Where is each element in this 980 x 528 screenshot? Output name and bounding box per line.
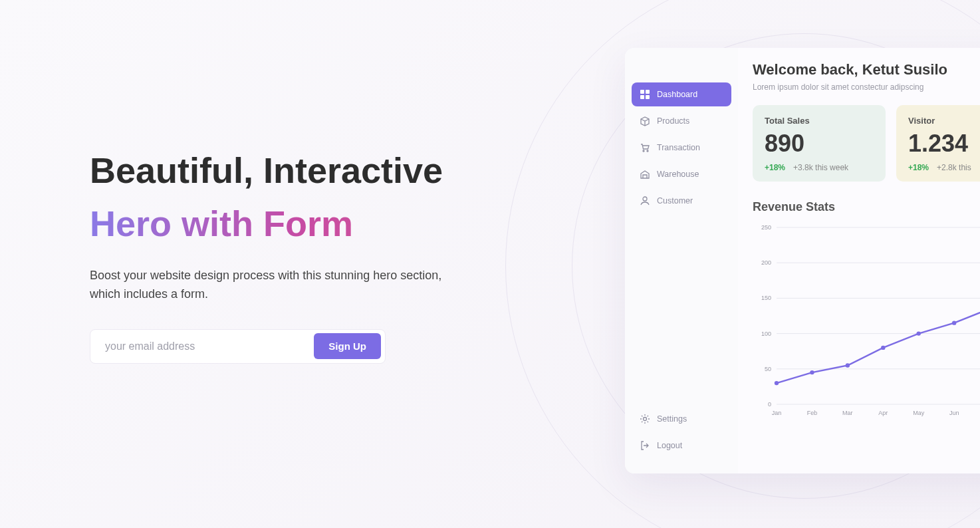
svg-text:May: May [913,410,925,416]
svg-rect-3 [646,95,650,99]
hero-title-line2: Hero with Form [90,203,515,244]
svg-rect-2 [640,95,644,99]
dashboard-preview: Dashboard Products Transaction Warehouse [625,48,980,473]
signup-form: Sign Up [90,329,386,364]
sidebar-item-dashboard[interactable]: Dashboard [632,82,731,106]
svg-text:Mar: Mar [842,410,853,416]
svg-point-32 [917,331,921,335]
sidebar: Dashboard Products Transaction Warehouse [625,48,738,473]
card-delta: +2.8k this [937,163,971,172]
svg-text:0: 0 [768,401,771,408]
sidebar-item-label: Dashboard [657,90,697,99]
sidebar-item-label: Products [657,116,689,126]
svg-rect-1 [646,90,650,94]
svg-point-29 [810,370,814,374]
svg-text:Apr: Apr [878,410,888,416]
sidebar-item-warehouse[interactable]: Warehouse [632,162,731,186]
sidebar-item-label: Warehouse [657,170,699,179]
dashboard-main: Welcome back, Ketut Susilo Lorem ipsum d… [738,48,980,473]
svg-text:200: 200 [761,259,771,266]
svg-text:50: 50 [765,366,771,372]
svg-point-7 [644,418,647,421]
stat-cards: Total Sales 890 +18% +3.8k this week Vis… [753,105,980,182]
svg-point-30 [846,363,850,367]
user-icon [640,196,650,206]
sidebar-item-settings[interactable]: Settings [632,407,731,431]
svg-point-28 [775,381,779,385]
card-delta: +3.8k this week [793,163,848,172]
svg-text:150: 150 [761,295,771,301]
svg-point-6 [643,197,647,201]
sidebar-item-products[interactable]: Products [632,109,731,133]
welcome-subtitle: Lorem ipsum dolor sit amet constectur ad… [753,82,980,92]
svg-text:100: 100 [761,330,771,337]
card-label: Total Sales [765,116,874,126]
warehouse-icon [640,169,650,180]
sidebar-item-customer[interactable]: Customer [632,189,731,213]
hero-subtitle: Boost your website design process with t… [90,267,449,304]
svg-rect-0 [640,90,644,94]
gear-icon [640,414,650,424]
sidebar-item-label: Settings [657,414,687,424]
hero-title-line1: Beautiful, Interactive [90,150,515,191]
sidebar-item-label: Transaction [657,143,700,152]
welcome-title: Welcome back, Ketut Susilo [753,61,980,78]
logout-icon [640,440,650,451]
chart-title: Revenue Stats [753,200,980,214]
sidebar-item-transaction[interactable]: Transaction [632,136,731,160]
svg-point-31 [881,346,885,350]
cart-icon [640,142,650,153]
sidebar-item-label: Logout [657,441,682,450]
svg-point-33 [952,321,956,325]
svg-point-5 [647,150,648,152]
box-icon [640,116,650,126]
revenue-chart: 050100150200250JanFebMarAprMayJunJulAug [753,221,980,420]
hero-section: Beautiful, Interactive Hero with Form Bo… [90,150,515,364]
card-label: Visitor [908,116,980,126]
sidebar-item-label: Customer [657,196,693,205]
card-value: 890 [765,130,874,158]
svg-text:Feb: Feb [807,410,818,416]
card-pct: +18% [765,163,785,172]
svg-text:250: 250 [761,224,771,231]
email-field[interactable] [105,340,314,352]
card-total-sales: Total Sales 890 +18% +3.8k this week [753,105,886,182]
card-pct: +18% [908,163,929,172]
card-value: 1.234 [908,130,980,158]
svg-text:Jan: Jan [772,410,782,416]
sign-up-button[interactable]: Sign Up [314,333,381,359]
grid-icon [640,89,650,100]
sidebar-item-logout[interactable]: Logout [632,434,731,458]
svg-point-4 [643,150,644,152]
svg-text:Jun: Jun [949,410,959,416]
card-visitor: Visitor 1.234 +18% +2.8k this [896,105,980,182]
